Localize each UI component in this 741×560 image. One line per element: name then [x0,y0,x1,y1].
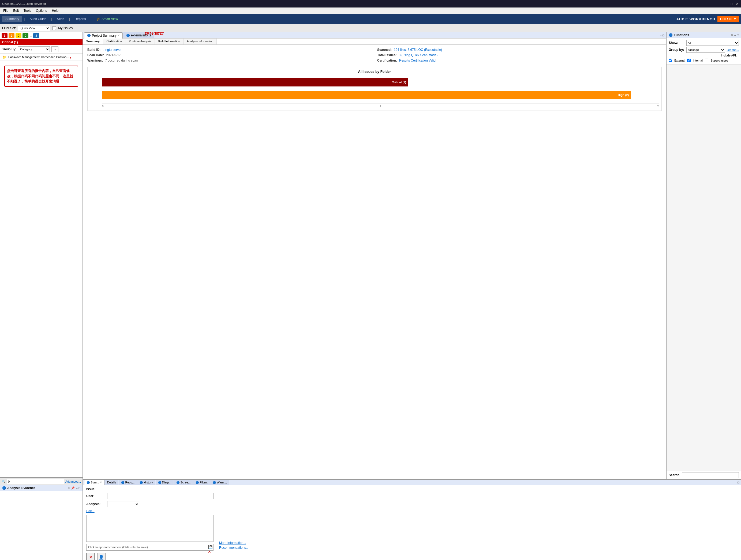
right-area: 🔵 Project Summary ✕ 🔵 externalinfo.ts – … [83,32,741,560]
comment-area[interactable] [86,515,213,542]
chart-x-1: 1 [380,105,381,108]
bottom-tab-details-label: Details [107,481,116,484]
delete-btn[interactable]: ✕ [86,553,95,560]
badge-high: 2 [9,33,14,38]
subtab-runtime[interactable]: Runtime Analysis [125,38,154,45]
menu-help[interactable]: Help [50,8,61,13]
functions-close-text: ✕ [731,33,733,37]
subtab-summary[interactable]: Summary [83,38,103,45]
functions-show-select[interactable]: All [686,40,739,46]
menu-file[interactable]: File [1,8,10,13]
links-container: More Information... Recommendations... [219,541,739,550]
bottom-tab-reco-label: Reco... [125,481,134,484]
edit-link[interactable]: Edit... [86,509,94,513]
project-minimize-btn[interactable]: – [660,34,661,37]
functions-minimize-btn[interactable]: – [734,33,736,37]
functions-groupby-select[interactable]: package [686,47,725,53]
search-input[interactable] [7,479,64,484]
user-field-label: User: [86,494,105,498]
recommendations-link[interactable]: Recommendations... [219,546,739,550]
advanced-link[interactable]: Advanced... [65,480,81,483]
scan-date-label: Scan Date: [87,53,104,57]
bottom-minimize-btn[interactable]: – [735,481,736,484]
functions-search-input[interactable] [682,472,739,478]
bottom-tab-sum[interactable]: 🔵 Sum... ✕ [84,480,105,485]
menu-edit[interactable]: Edit [11,8,21,13]
subtab-analysis[interactable]: Analysis Information [184,38,217,45]
toolbar-smartview[interactable]: 🎓 Smart View [93,16,121,22]
smartview-label: Smart View [102,17,118,21]
my-issues-checkbox[interactable] [52,26,56,30]
project-maximize-btn[interactable]: □ [663,34,664,37]
badge-medium: 0 [15,33,21,38]
certification-label: Certification: [377,59,397,62]
bottom-maximize-btn[interactable]: □ [738,481,739,484]
bottom-tab-history[interactable]: 🔵 History [137,480,155,485]
minimize-btn[interactable]: – [725,2,727,6]
close-btn[interactable]: ✕ [736,2,739,6]
filter-set-select[interactable]: Quick View [18,25,50,31]
maximize-btn[interactable]: □ [730,2,732,6]
more-info-link[interactable]: More Information... [219,541,739,545]
project-summary-tab-close[interactable]: ✕ [118,34,120,37]
toolbar-scan[interactable]: Scan [54,16,67,22]
total-issues-label: Total Issues: [377,53,397,57]
toolbar: Summary | Audit Guide | Scan | Reports |… [0,14,741,24]
subtab-build[interactable]: Build Information [155,38,184,45]
bottom-tab-scree-label: Scree... [180,481,191,484]
maximize-panel-btn[interactable]: □ [78,486,80,490]
bottom-tab-filters[interactable]: 🔵 Filters [193,480,210,485]
bottom-content: Issue: User: Analysis: Edit. [83,485,741,560]
chart-title: All Issues by Folder [90,70,659,74]
project-tab-bar: 🔵 Project Summary ✕ 🔵 externalinfo.ts – … [83,32,666,38]
functions-groupby-label: Group by: [669,48,685,52]
edit-row: Edit... [86,509,213,513]
external-checkbox[interactable] [669,59,672,62]
main-layout: 1 2 0 0 ... 3 Critical (1) Group By: Cat… [0,32,741,560]
chart-bar-area-high: High (2) [102,91,659,99]
bottom-tab-scree[interactable]: 🔵 Scree... [174,480,193,485]
comment-save-icon[interactable]: 💾 [208,545,212,549]
total-issues-value: 3 (using Quick Scan mode) [399,53,437,57]
bottom-tab-reco[interactable]: 🔵 Reco... [119,480,137,485]
user-row: User: [86,493,213,499]
project-summary-tab-icon: 🔵 [87,34,91,37]
analysis-field-select[interactable] [107,501,139,507]
comment-hint-text: Click to append comment (Ctrl+Enter to s… [88,546,148,549]
bottom-tab-warni[interactable]: 🔵 Warni... [210,480,229,485]
minimize-panel-btn[interactable]: – [76,486,77,490]
legend-link[interactable]: Legend... [727,48,739,52]
bottom-tab-details[interactable]: Details [105,480,119,485]
functions-title: Functions [674,33,730,37]
warnings-row: Warnings: 7 occurred during scan [87,59,372,62]
comment-clear-icon[interactable]: ✕ [208,550,212,554]
sort-button[interactable]: ↑↓ [52,46,58,52]
bottom-tab-sum-close[interactable]: ✕ [100,481,102,484]
toolbar-audit-guide[interactable]: Audit Guide [26,16,50,22]
tab-externalinfo[interactable]: 🔵 externalinfo.ts [123,32,154,38]
title-bar-left: C:\Users\...\Ap...\...ngtu-server.fpr [2,2,46,5]
toolbar-reports[interactable]: Reports [72,16,89,22]
warnings-label: Warnings: [87,59,103,62]
bottom-tab-diagr-label: Diagr... [162,481,172,484]
chart-bar-critical: Critical (1) [102,78,408,86]
groupby-select[interactable]: Category [18,46,50,52]
tab-project-summary[interactable]: 🔵 Project Summary ✕ [84,32,123,38]
menu-tools[interactable]: Tools [21,8,33,13]
save-comment-btn[interactable]: 👤 [97,553,106,560]
subtab-certification[interactable]: Certification [103,38,125,45]
pin-btn[interactable]: 📌 [71,486,75,490]
internal-checkbox[interactable] [687,59,691,62]
analysis-row: Analysis: [86,501,213,507]
bottom-tab-diagr[interactable]: 🔵 Diagr... [156,480,174,485]
superclasses-checkbox[interactable] [705,59,708,62]
functions-show-row: Show: All [669,40,739,46]
functions-list [667,65,741,471]
user-field-input[interactable] [107,493,213,499]
bottom-tab-bar: 🔵 Sum... ✕ Details 🔵 Reco... 🔵 History [83,480,741,485]
superclasses-label: Superclasses [711,59,728,62]
toolbar-summary[interactable]: Summary [2,16,22,22]
toolbar-sep2: | [51,17,52,21]
functions-maximize-btn[interactable]: □ [737,33,739,37]
menu-options[interactable]: Options [34,8,49,13]
